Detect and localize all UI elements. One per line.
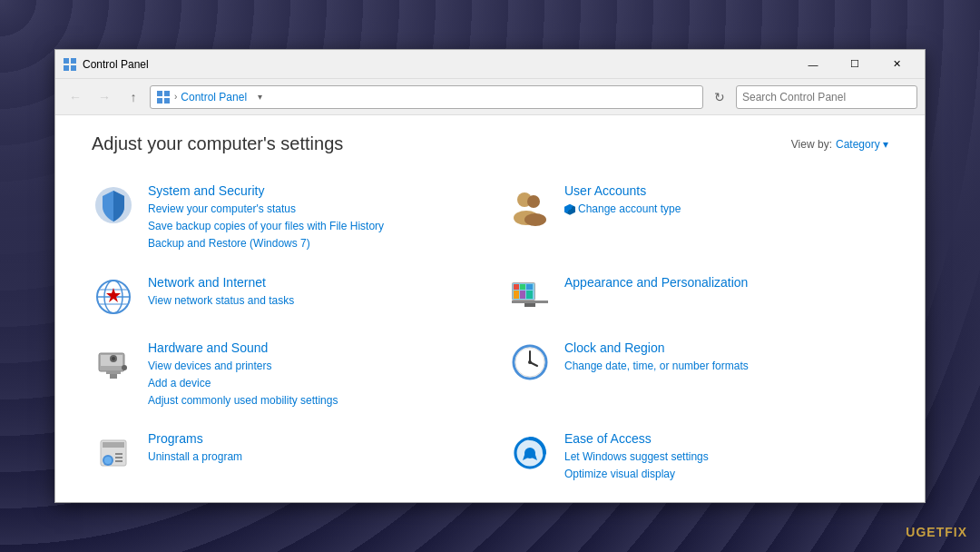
appearance-title[interactable]: Appearance and Personalization <box>564 275 888 290</box>
system-security-icon <box>92 183 135 227</box>
clock-icon <box>508 340 552 384</box>
network-internet-link-1[interactable]: View network status and tasks <box>148 292 472 310</box>
ease-access-text: Ease of Access Let Windows suggest setti… <box>564 431 888 483</box>
search-input[interactable] <box>736 85 917 109</box>
svg-rect-3 <box>71 65 76 71</box>
system-security-text: System and Security Review your computer… <box>148 183 472 253</box>
ease-access-link-2[interactable]: Optimize visual display <box>564 466 888 483</box>
svg-rect-28 <box>526 291 533 299</box>
view-by-dropdown[interactable]: Category ▾ <box>836 138 888 151</box>
hardware-sound-link-2[interactable]: Add a device <box>148 375 472 392</box>
svg-point-40 <box>528 360 532 364</box>
programs-icon <box>92 431 135 475</box>
shield-badge-icon <box>564 204 575 215</box>
clock-region-title[interactable]: Clock and Region <box>564 340 888 355</box>
breadcrumb-icon <box>156 90 171 104</box>
svg-rect-47 <box>115 460 122 462</box>
programs-text: Programs Uninstall a program <box>148 431 472 466</box>
svg-point-44 <box>104 457 112 464</box>
network-internet-title[interactable]: Network and Internet <box>148 275 472 290</box>
category-user-accounts: User Accounts Change account type <box>508 172 888 264</box>
category-ease-access: Ease of Access Let Windows suggest setti… <box>508 420 888 494</box>
title-bar: Control Panel — ☐ ✕ <box>55 50 925 79</box>
svg-point-31 <box>122 365 127 370</box>
svg-rect-0 <box>64 58 69 64</box>
clock-region-text: Clock and Region Change date, time, or n… <box>564 340 888 375</box>
svg-point-35 <box>112 357 115 360</box>
ease-access-icon <box>508 431 552 475</box>
system-security-link-1[interactable]: Review your computer's status <box>148 201 472 218</box>
breadcrumb-item-control-panel[interactable]: Control Panel <box>181 91 247 104</box>
page-title: Adjust your computer's settings <box>92 133 343 154</box>
close-button[interactable]: ✕ <box>876 50 917 79</box>
svg-rect-5 <box>164 91 170 96</box>
svg-point-12 <box>524 213 546 226</box>
forward-button[interactable]: → <box>92 84 117 110</box>
svg-rect-26 <box>514 291 519 299</box>
maximize-button[interactable]: ☐ <box>834 50 876 79</box>
svg-rect-7 <box>164 98 170 104</box>
hardware-sound-text: Hardware and Sound View devices and prin… <box>148 340 472 410</box>
svg-rect-22 <box>524 303 535 307</box>
up-button[interactable]: ↑ <box>121 84 146 110</box>
appearance-icon <box>508 275 552 319</box>
category-programs: Programs Uninstall a program <box>92 420 472 494</box>
svg-rect-46 <box>115 457 122 458</box>
refresh-button[interactable]: ↻ <box>707 84 732 110</box>
categories-grid: System and Security Review your computer… <box>92 172 888 495</box>
view-by: View by: Category ▾ <box>791 138 888 151</box>
svg-rect-21 <box>512 301 548 303</box>
clock-region-link-1[interactable]: Change date, time, or number formats <box>564 358 888 375</box>
window-icon <box>63 57 77 72</box>
view-by-label: View by: <box>791 138 832 151</box>
control-panel-window: Control Panel — ☐ ✕ ← → ↑ › Control Pane… <box>54 49 926 503</box>
svg-rect-2 <box>64 65 69 71</box>
hardware-sound-link-3[interactable]: Adjust commonly used mobility settings <box>148 392 472 409</box>
svg-rect-24 <box>520 284 525 290</box>
system-security-title[interactable]: System and Security <box>148 183 472 198</box>
svg-rect-25 <box>526 284 533 290</box>
page-header: Adjust your computer's settings View by:… <box>92 133 888 154</box>
minimize-button[interactable]: — <box>792 50 834 79</box>
system-security-link-3[interactable]: Backup and Restore (Windows 7) <box>148 235 472 252</box>
network-internet-text: Network and Internet View network status… <box>148 275 472 310</box>
svg-rect-32 <box>106 371 121 374</box>
window-title: Control Panel <box>83 58 792 71</box>
svg-rect-33 <box>110 374 117 379</box>
user-accounts-icon <box>508 183 552 227</box>
ease-access-link-1[interactable]: Let Windows suggest settings <box>564 448 888 466</box>
programs-link-1[interactable]: Uninstall a program <box>148 448 472 466</box>
user-accounts-link-1[interactable]: Change account type <box>564 201 888 218</box>
watermark: UGETFIX <box>906 525 967 539</box>
category-system-security: System and Security Review your computer… <box>92 172 472 264</box>
user-accounts-text: User Accounts Change account type <box>564 183 888 218</box>
category-hardware-sound: Hardware and Sound View devices and prin… <box>92 330 472 421</box>
back-button[interactable]: ← <box>63 84 88 110</box>
svg-rect-42 <box>103 442 124 448</box>
hardware-icon <box>92 340 135 384</box>
system-security-link-2[interactable]: Save backup copies of your files with Fi… <box>148 218 472 235</box>
breadcrumb: › Control Panel ▾ <box>150 85 703 109</box>
appearance-text: Appearance and Personalization <box>564 275 888 292</box>
svg-rect-27 <box>520 291 525 299</box>
content-area: Adjust your computer's settings View by:… <box>55 115 925 502</box>
nav-bar: ← → ↑ › Control Panel ▾ ↻ <box>55 79 925 115</box>
breadcrumb-dropdown-button[interactable]: ▾ <box>250 88 269 106</box>
breadcrumb-separator: › <box>174 92 177 102</box>
svg-rect-45 <box>115 453 122 455</box>
user-accounts-title[interactable]: User Accounts <box>564 183 888 198</box>
svg-rect-6 <box>157 98 162 104</box>
hardware-sound-title[interactable]: Hardware and Sound <box>148 340 472 355</box>
window-controls: — ☐ ✕ <box>792 50 917 79</box>
svg-rect-1 <box>71 58 76 64</box>
programs-title[interactable]: Programs <box>148 431 472 446</box>
category-clock-region: Clock and Region Change date, time, or n… <box>508 330 888 421</box>
svg-rect-4 <box>157 91 162 96</box>
category-network-internet: Network and Internet View network status… <box>92 264 472 330</box>
network-icon <box>92 275 135 319</box>
ease-access-title[interactable]: Ease of Access <box>564 431 888 446</box>
hardware-sound-link-1[interactable]: View devices and printers <box>148 358 472 375</box>
svg-rect-23 <box>514 284 519 290</box>
category-appearance: Appearance and Personalization <box>508 264 888 330</box>
svg-point-10 <box>527 195 540 208</box>
